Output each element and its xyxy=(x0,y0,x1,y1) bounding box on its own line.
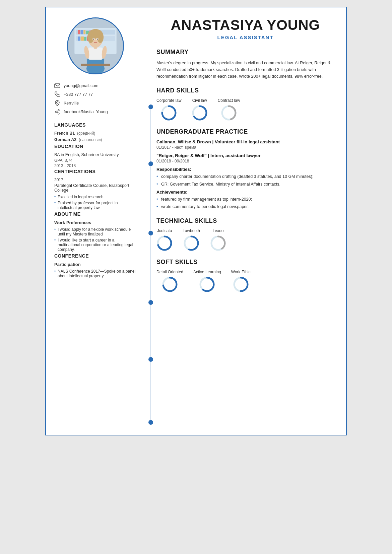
skill-label: Contract law xyxy=(218,98,240,103)
edu-gpa: GPA: 3,74 xyxy=(54,158,136,163)
language-french: French B1 (средний) xyxy=(54,131,136,136)
timeline-dot xyxy=(148,300,153,305)
german-level: (начальный) xyxy=(79,137,102,142)
about-me-title: ABOUT ME xyxy=(54,211,136,217)
svg-point-33 xyxy=(58,113,59,114)
svg-point-22 xyxy=(87,31,93,43)
phone-item: +380 777 77 77 xyxy=(54,91,136,97)
job-title: LEGAL ASSISTANT xyxy=(156,34,334,40)
full-name: ANASTASIYA YOUNG xyxy=(156,17,334,33)
skill-item: Work Ethic xyxy=(231,270,251,292)
social-item: facebook/Nastia_Young xyxy=(54,109,136,115)
certifications-section: CERTIFICATIONS 2017 Paralegal Certificat… xyxy=(54,169,136,210)
responsibilities-label: Responsibilities: xyxy=(156,167,334,172)
location-icon xyxy=(54,100,60,106)
edu-years: 2013 - 2018 xyxy=(54,163,136,168)
skill-label: Lawbooth xyxy=(183,228,200,233)
skill-item: Lawbooth xyxy=(183,228,200,251)
languages-title: LANGUAGES xyxy=(54,122,136,128)
education-title: EDUCATION xyxy=(54,144,136,149)
svg-rect-12 xyxy=(84,37,86,41)
about-me-section: ABOUT ME Work Preferences I would apply … xyxy=(54,211,136,252)
phone-icon xyxy=(54,91,60,97)
skill-item: Judicata xyxy=(156,228,173,251)
skill-label: Detail Oriented xyxy=(156,270,183,274)
skill-label: Work Ethic xyxy=(231,270,251,274)
ach-bullet-2: wrote commentary to periodic legal newsp… xyxy=(156,204,334,210)
skill-label: Civil law xyxy=(192,98,207,103)
timeline-dot xyxy=(148,105,153,109)
resp-bullet-2: GR: Goverment Tax Service, Ministry of I… xyxy=(156,181,334,188)
practice-entry-1: Callanan, Wiltse & Brown | Volunteer fil… xyxy=(156,139,334,150)
social-text: facebook/Nastia_Young xyxy=(64,110,108,114)
soft-skills-section: SOFT SKILLS Detail OrientedActive Learni… xyxy=(156,259,334,292)
svg-rect-28 xyxy=(81,64,110,66)
soft-skills-title: SOFT SKILLS xyxy=(156,259,334,267)
practice-date-1: 01/2017 - наст. время xyxy=(156,145,334,150)
skill-label: Judicata xyxy=(157,228,172,233)
skill-item: Lexoo xyxy=(210,228,226,251)
language-german: German A2 (начальный) xyxy=(54,137,136,142)
phone-text: +380 777 77 77 xyxy=(64,92,93,97)
svg-rect-6 xyxy=(83,30,85,34)
hard-skills-grid: Corporate lawCivil lawContract law xyxy=(156,98,334,121)
technical-skills-title: TECHNICAL SKILLS xyxy=(156,217,334,226)
practice-date-2: 01/2018 - 09/2018 xyxy=(156,159,334,163)
achievements-label: Achievements: xyxy=(156,190,334,195)
skill-circle xyxy=(210,235,226,251)
name-title-section: ANASTASIYA YOUNG LEGAL ASSISTANT xyxy=(156,17,334,40)
timeline-dot xyxy=(148,161,153,166)
skill-item: Corporate law xyxy=(156,98,182,121)
email-icon xyxy=(54,83,60,89)
location-text: Kerrville xyxy=(64,101,79,106)
svg-rect-16 xyxy=(88,48,102,60)
skill-label: Lexoo xyxy=(213,228,224,233)
cert-bullet-2: Praised by professor for project in inte… xyxy=(54,201,136,210)
left-column: young@gmail.com +380 777 77 77 Kerrville xyxy=(46,7,143,435)
summary-text: Master's degree in progress. My speciali… xyxy=(156,60,334,80)
skill-circle xyxy=(183,235,199,251)
profile-photo xyxy=(67,17,124,74)
svg-line-34 xyxy=(57,111,58,112)
practice-entry-2: "Reiger, Reiger & Wolf" | Intern, assist… xyxy=(156,153,334,210)
languages-section: LANGUAGES French B1 (средний) German A2 … xyxy=(54,122,136,142)
french-level: (средний) xyxy=(77,131,95,136)
skill-label: Active Learning xyxy=(193,270,221,274)
skill-circle xyxy=(156,235,173,251)
svg-rect-4 xyxy=(77,30,80,34)
work-pref-bullet-2: I would like to start a career in a mult… xyxy=(54,238,136,252)
skill-circle xyxy=(161,105,177,121)
contact-section: young@gmail.com +380 777 77 77 Kerrville xyxy=(54,83,136,115)
svg-rect-10 xyxy=(77,37,80,41)
skill-circle xyxy=(192,105,208,121)
skill-item: Civil law xyxy=(192,98,208,121)
skill-item: Contract law xyxy=(218,98,240,121)
timeline-dot xyxy=(148,357,153,362)
skill-circle xyxy=(221,105,237,121)
cert-name: Paralegal Certificate Course, Brazosport… xyxy=(54,183,136,193)
conference-section: CONFERENCE Participation NALS Conference… xyxy=(54,253,136,278)
svg-point-32 xyxy=(58,110,59,111)
education-section: EDUCATION BA in English, Schreiner Unive… xyxy=(54,144,136,168)
skill-label: Corporate law xyxy=(156,98,182,103)
technical-skills-grid: JudicataLawboothLexoo xyxy=(156,228,334,251)
svg-point-26 xyxy=(93,39,94,40)
svg-point-27 xyxy=(97,39,98,40)
svg-point-23 xyxy=(97,31,103,43)
hard-skills-title: HARD SKILLS xyxy=(156,87,334,95)
conference-title: CONFERENCE xyxy=(54,253,136,259)
practice-company-2: "Reiger, Reiger & Wolf" | Intern, assist… xyxy=(156,153,334,158)
email-item: young@gmail.com xyxy=(54,83,136,89)
work-preferences-title: Work Preferences xyxy=(54,220,136,225)
svg-rect-5 xyxy=(80,30,83,34)
resp-bullet-1: company charter documentation drafting (… xyxy=(156,174,334,180)
right-column: ANASTASIYA YOUNG LEGAL ASSISTANT SUMMARY… xyxy=(143,7,346,435)
soft-skills-grid: Detail OrientedActive LearningWork Ethic xyxy=(156,270,334,292)
cert-bullet-1: Excelled in legal research. xyxy=(54,195,136,199)
skill-circle xyxy=(233,276,249,292)
hard-skills-section: HARD SKILLS Corporate lawCivil lawContra… xyxy=(156,87,334,121)
skill-item: Detail Oriented xyxy=(156,270,183,292)
cert-title: CERTIFICATIONS xyxy=(54,169,136,174)
timeline-dot xyxy=(148,420,153,425)
resume-container: young@gmail.com +380 777 77 77 Kerrville xyxy=(45,7,347,435)
